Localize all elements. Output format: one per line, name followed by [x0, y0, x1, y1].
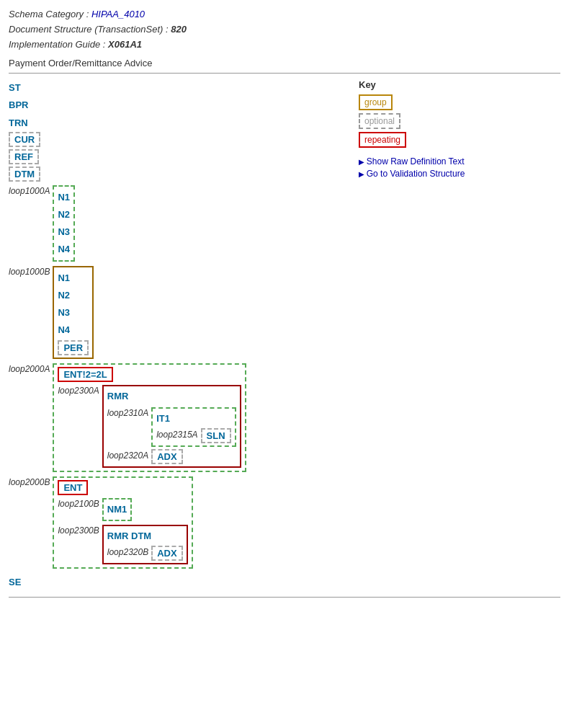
ent-2000a-segment: ENT!2=2L	[58, 367, 112, 382]
n2-1000a: N2	[58, 207, 70, 223]
loop2100b-label: loop2100B	[58, 497, 99, 509]
loop2310a-label: loop2310A	[107, 407, 148, 418]
loop2310a-container: loop2310A IT1 loop2315A SLN	[107, 407, 236, 448]
trn-row: TRN	[9, 115, 344, 132]
loop1000a-inner: N1 N2 N3 N4	[58, 189, 70, 258]
loop2300b-box: RMR DTM loop2320B ADX	[102, 525, 188, 564]
dtm-row: DTM	[9, 167, 344, 182]
loop2100b-box: NM1	[102, 498, 132, 521]
loop2300a-box: RMR loop2310A IT1 loop2315A SLN	[102, 385, 241, 467]
tree-area: ST BPR TRN CUR REF DTM	[9, 79, 344, 591]
loop2315a-label: loop2315A	[156, 428, 197, 440]
loop2000b-box: ENT loop2100B NM1 loop2300B RMR DTM	[53, 476, 192, 569]
key-optional-item: optional	[359, 113, 560, 132]
bpr-row: BPR	[9, 97, 344, 114]
ref-row: REF	[9, 149, 344, 164]
key-group-item: group	[359, 94, 560, 113]
loop1000b-label: loop1000B	[9, 265, 50, 277]
n3-1000a: N3	[58, 224, 70, 240]
loop2315a-container: loop2315A SLN	[156, 428, 230, 443]
loop1000b-container: loop1000B N1 N2 N3 N4 PER	[9, 265, 344, 360]
loop2320b-container: loop2320B ADX	[107, 546, 183, 561]
doc-structure-label: Document Structure (TransactionSet) :	[9, 24, 169, 35]
loop2000a-container: loop2000A ENT!2=2L loop2300A RMR loop231…	[9, 363, 344, 472]
bpr-segment: BPR	[9, 97, 28, 113]
dtm-segment: DTM	[9, 167, 40, 182]
cur-row: CUR	[9, 132, 344, 147]
loop2000b-container: loop2000B ENT loop2100B NM1 loop2300B	[9, 476, 344, 569]
loop2320a-container: loop2320A ADX	[107, 449, 236, 464]
loop2300b-container: loop2300B RMR DTM loop2320B ADX	[58, 524, 187, 565]
n1-1000b: N1	[58, 270, 89, 286]
loop2300b-label: loop2300B	[58, 524, 99, 536]
loop1000b-box: N1 N2 N3 N4 PER	[53, 266, 94, 359]
nm1-segment: NM1	[107, 504, 127, 515]
st-segment: ST	[9, 80, 21, 96]
loop2300a-label: loop2300A	[58, 384, 99, 396]
ref-segment: REF	[9, 149, 39, 164]
adx-2320b-segment: ADX	[151, 546, 182, 561]
page: Schema Category : HIPAA_4010 Document St…	[0, 0, 569, 605]
show-raw-link[interactable]: Show Raw Definition Text	[359, 156, 560, 167]
top-divider	[9, 73, 560, 74]
key-repeating-label: repeating	[359, 132, 406, 148]
n1-1000a: N1	[58, 190, 70, 205]
rmr-2300a: RMR	[107, 391, 129, 401]
key-group-label: group	[359, 94, 393, 110]
n4-1000b: N4	[58, 322, 89, 338]
bottom-divider	[9, 597, 560, 598]
ent-2000b-segment: ENT	[58, 480, 88, 495]
main-content: ST BPR TRN CUR REF DTM	[9, 79, 560, 591]
it1-segment: IT1	[156, 413, 170, 424]
adx-2320a-segment: ADX	[151, 449, 182, 464]
se-row: SE	[9, 574, 344, 591]
n4-1000a: N4	[58, 241, 70, 257]
loop1000b-inner: N1 N2 N3 N4 PER	[58, 270, 89, 355]
loop2320b-label: loop2320B	[107, 546, 148, 557]
cur-segment: CUR	[9, 132, 40, 147]
loop2310a-box: IT1 loop2315A SLN	[151, 407, 236, 447]
key-area: Key group optional repeating Show Raw De…	[359, 79, 560, 591]
key-repeating-item: repeating	[359, 132, 560, 151]
key-links: Show Raw Definition Text Go to Validatio…	[359, 156, 560, 179]
loop1000a-label: loop1000A	[9, 185, 50, 196]
key-title: Key	[359, 79, 560, 90]
loop2000b-label: loop2000B	[9, 476, 50, 487]
schema-category-row: Schema Category : HIPAA_4010	[9, 7, 560, 22]
meta-info: Schema Category : HIPAA_4010 Document St…	[9, 7, 560, 52]
loop1000a-box: N1 N2 N3 N4	[53, 185, 75, 262]
doc-title: Payment Order/Remittance Advice	[9, 58, 560, 68]
doc-structure-value: 820	[171, 24, 187, 35]
key-optional-label: optional	[359, 113, 400, 129]
schema-category-value[interactable]: HIPAA_4010	[91, 9, 145, 19]
se-segment: SE	[9, 574, 21, 590]
dtm-2300b: DTM	[131, 531, 151, 541]
n3-1000b: N3	[58, 305, 89, 321]
goto-validation-link[interactable]: Go to Validation Structure	[359, 169, 560, 179]
impl-guide-row: Implementation Guide : X061A1	[9, 37, 560, 53]
per-row: PER	[58, 340, 89, 355]
loop1000a-container: loop1000A N1 N2 N3 N4	[9, 185, 344, 262]
doc-structure-row: Document Structure (TransactionSet) : 82…	[9, 22, 560, 37]
loop2000a-box: ENT!2=2L loop2300A RMR loop2310A IT1	[53, 363, 246, 471]
schema-category-label: Schema Category :	[9, 9, 89, 19]
rmr-2300b: RMR	[107, 531, 129, 541]
loop2000a-label: loop2000A	[9, 363, 50, 374]
loop2300a-container: loop2300A RMR loop2310A IT1 loop	[58, 384, 241, 468]
st-row: ST	[9, 79, 344, 97]
loop2320a-label: loop2320A	[107, 449, 148, 461]
per-segment: PER	[58, 340, 89, 355]
impl-guide-value: X061A1	[108, 39, 142, 50]
trn-segment: TRN	[9, 115, 28, 131]
sln-segment: SLN	[201, 428, 231, 443]
loop2100b-container: loop2100B NM1	[58, 497, 187, 522]
impl-guide-label: Implementation Guide :	[9, 39, 105, 50]
n2-1000b: N2	[58, 288, 89, 303]
